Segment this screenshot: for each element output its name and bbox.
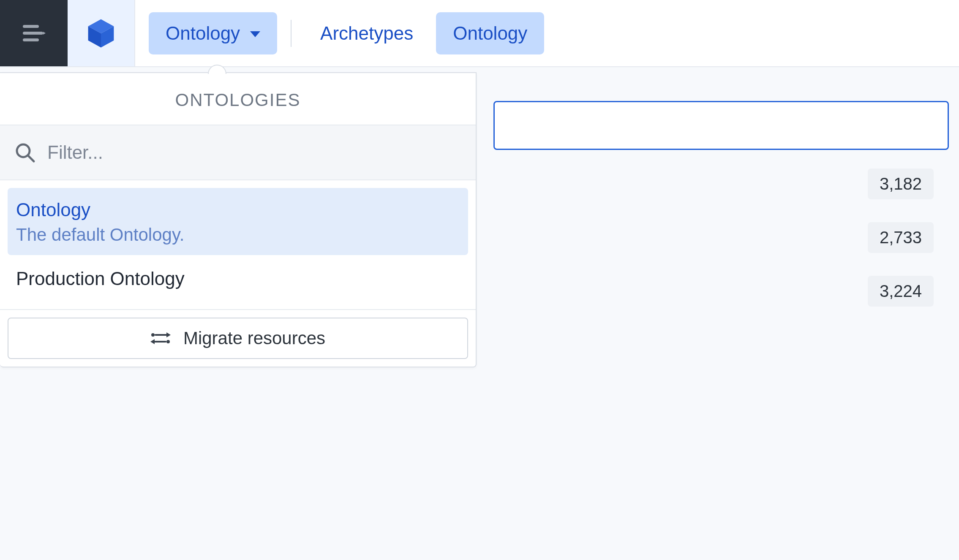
menu-icon (22, 22, 46, 44)
ontology-selector-popover: ONTOLOGIES Ontology The default Ontology… (0, 72, 477, 367)
ontology-selector-label: Ontology (166, 23, 240, 44)
svg-point-9 (151, 333, 155, 337)
svg-marker-11 (166, 332, 171, 337)
ontology-app-icon-button[interactable] (68, 0, 135, 66)
search-input[interactable] (493, 101, 949, 150)
ontology-selector-dropdown[interactable]: Ontology (149, 12, 277, 54)
svg-rect-2 (23, 38, 39, 41)
filter-row (0, 125, 476, 180)
nav-ontology-label: Ontology (453, 23, 527, 44)
ontology-list-item[interactable]: Production Ontology (8, 257, 468, 301)
ontology-list: Ontology The default Ontology. Productio… (0, 180, 476, 309)
popover-footer: Migrate resources (0, 309, 476, 367)
count-badge: 2,733 (868, 222, 934, 253)
svg-rect-0 (23, 25, 39, 28)
svg-marker-3 (43, 32, 46, 35)
divider (291, 20, 292, 47)
nav-ontology-active[interactable]: Ontology (436, 12, 544, 54)
menu-button[interactable] (0, 0, 68, 66)
topbar-nav: Ontology Archetypes Ontology (135, 0, 959, 66)
count-badge: 3,182 (868, 169, 934, 199)
migrate-resources-button[interactable]: Migrate resources (8, 318, 468, 359)
migrate-icon (150, 330, 171, 347)
count-badge: 3,224 (868, 276, 934, 307)
counts-column: 3,182 2,733 3,224 (493, 169, 949, 307)
nav-archetypes[interactable]: Archetypes (305, 23, 428, 44)
cube-icon (85, 17, 117, 49)
popover-title: ONTOLOGIES (0, 73, 476, 125)
search-icon (14, 142, 35, 163)
ontology-item-desc: The default Ontology. (16, 225, 460, 245)
topbar: Ontology Archetypes Ontology (0, 0, 959, 67)
svg-point-12 (166, 340, 170, 343)
filter-input[interactable] (47, 142, 461, 163)
ontology-item-name: Ontology (16, 197, 460, 222)
caret-down-icon (250, 31, 260, 37)
ontology-item-name: Production Ontology (16, 266, 460, 291)
svg-marker-14 (150, 339, 155, 344)
svg-line-8 (28, 156, 34, 161)
migrate-button-label: Migrate resources (183, 328, 325, 348)
content-area: 3,182 2,733 3,224 ONTOLOGIES Ontology Th… (0, 67, 959, 560)
right-column: 3,182 2,733 3,224 (477, 67, 959, 560)
svg-rect-1 (23, 32, 43, 35)
ontology-list-item[interactable]: Ontology The default Ontology. (8, 188, 468, 255)
